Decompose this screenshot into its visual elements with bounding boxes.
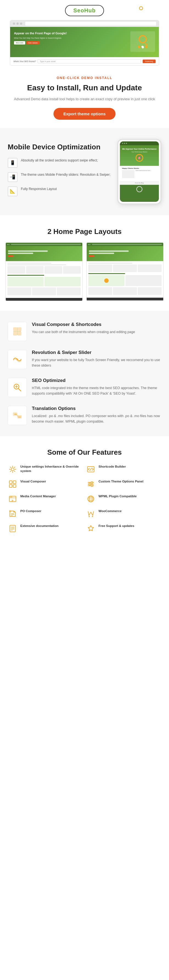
seo-email-input[interactable]: Type in your email (38, 59, 141, 64)
feat-text-3: Visual Composer (20, 479, 46, 484)
feature-content-3: SEO Optimized HTML code integrated into … (32, 378, 161, 396)
feature-desc-1: You can use both of the instruments when… (32, 329, 135, 335)
lt2-row3 (88, 287, 161, 295)
slider-icon: 📲 (8, 172, 17, 182)
demo-label: ONE-CLICK DEMO INSTALL (11, 76, 158, 80)
browser-text-block: Appear on the Front Page of Google! What… (14, 31, 128, 45)
lt1-block3 (44, 266, 62, 274)
svg-point-30 (11, 497, 13, 498)
lt2-line1 (88, 263, 132, 264)
phone-outer: We Improve Your Online Performance Your … (117, 139, 161, 204)
lt2-dot1 (88, 244, 89, 245)
lt2-hero-btn (89, 255, 95, 257)
svg-point-27 (91, 485, 93, 487)
mobile-feature-text-1: Absolutly all the sroled sections suppor… (21, 158, 98, 163)
feat-name-7: PO Composer (20, 509, 41, 513)
lt2-block3 (138, 264, 161, 272)
lt2-body (87, 261, 163, 298)
mobile-feature-1: 📱 Absolutly all the sroled sections supp… (8, 158, 112, 168)
lt1-block4 (63, 266, 81, 274)
phone-from-blog: From the Blog (120, 181, 159, 185)
documentation-icon (8, 523, 17, 533)
lt1-dot2 (8, 244, 9, 245)
lt1-hero-text2 (8, 253, 33, 254)
browser-bar (10, 20, 159, 27)
demo-desc: Advanced Demo data install tool helps to… (11, 96, 158, 102)
woocommerce-icon (86, 509, 96, 519)
browser-content: Appear on the Front Page of Google! What… (10, 27, 159, 57)
swipe-icon: 📱 (8, 158, 17, 168)
feat-name-5: Media Content Manager (20, 494, 56, 498)
our-features-title: Some of Our Features (8, 448, 161, 457)
svg-rect-0 (13, 328, 17, 331)
feat-item-5: Media Content Manager (8, 494, 83, 504)
feature-content-1: Visual Composer & Shortcodes You can use… (32, 322, 135, 335)
feat-name-2: Shortcode Builder (98, 465, 126, 469)
revolution-slider-icon (8, 350, 27, 369)
phone-dot-1 (122, 143, 123, 144)
map-pins (138, 46, 147, 48)
svg-rect-41 (10, 525, 15, 532)
svg-rect-3 (18, 332, 21, 335)
svg-point-26 (89, 483, 90, 485)
svg-line-17 (90, 468, 92, 470)
lt1-block6 (32, 288, 56, 295)
feat-item-1: Unique settings Inheritance & Override s… (8, 465, 83, 474)
lt1-dot1 (7, 244, 8, 245)
support-updates-icon (86, 523, 96, 533)
lt1-row3 (8, 288, 81, 295)
lt1-block7 (57, 288, 81, 295)
mobile-feature-text-3: Fully Responsive Layout (21, 186, 57, 191)
phone-white-section: Happy Clients Stories Some testimonial t… (120, 166, 159, 181)
lt2-block4 (125, 275, 161, 286)
lt2-hero (87, 246, 163, 261)
svg-point-25 (91, 482, 93, 483)
lt2-row2 (88, 275, 161, 286)
feature-content-4: Translation Options Localized: .po & .mo… (32, 406, 161, 424)
lt1-green1 (8, 277, 44, 286)
svg-rect-21 (13, 485, 16, 487)
feat-name-8: WooCommerce (98, 509, 122, 513)
lt1-block5 (8, 288, 31, 295)
browser-hero-image (130, 31, 155, 52)
feat-item-2: Shortcode Builder (86, 465, 161, 474)
lt1-hero-text1 (8, 250, 48, 252)
svg-line-8 (18, 388, 21, 391)
mobile-section: Mobile Device Optimization 📱 Absolutly a… (0, 128, 169, 215)
unique-settings-icon (8, 465, 17, 474)
get-quote-btn[interactable]: Get a Quote (26, 41, 39, 45)
feat-name-9: Extensive documentation (20, 523, 58, 528)
phone-subtext: Your Performance Matters (122, 151, 156, 153)
lt2-header (87, 243, 163, 246)
lt1-line2 (8, 264, 66, 265)
feature-title-1: Visual Composer & Shortcodes (32, 322, 135, 327)
layout-thumb-1 (5, 242, 82, 301)
wpml-icon (86, 494, 96, 504)
phone-dot-2 (124, 143, 125, 144)
magnifier-icon (139, 35, 147, 43)
browser-url-bar (25, 22, 156, 25)
svg-rect-20 (9, 485, 12, 487)
lt1-line3 (8, 275, 44, 276)
lt1-green2 (44, 277, 81, 286)
feat-item-10: Free Support & updates (86, 523, 161, 533)
feature-desc-4: Localized: .po & .mo files included. PO … (32, 413, 161, 424)
lt1-block1 (8, 266, 25, 274)
lt2-footer (87, 298, 163, 301)
visual-composer-feat-icon (8, 479, 17, 489)
svg-rect-1 (18, 328, 21, 331)
browser-dot-3 (20, 22, 22, 25)
feat-text-2: Shortcode Builder (98, 465, 126, 469)
feat-text-5: Media Content Manager (20, 494, 56, 498)
lt2-block2 (113, 264, 137, 272)
svg-point-39 (88, 516, 90, 517)
lt2-dot2 (90, 244, 90, 245)
phone-home-button[interactable] (136, 186, 142, 192)
feature-item-4: FR EN Translation Options Localized: .po… (8, 406, 161, 425)
more-info-btn[interactable]: More Info (14, 41, 25, 45)
shortcode-builder-icon (86, 465, 96, 474)
scanning-btn[interactable]: Scanning (143, 60, 156, 63)
visual-composer-icon (8, 322, 27, 341)
feature-content-2: Revolution & Swiper Slider If you want y… (32, 350, 161, 368)
export-theme-btn[interactable]: Export theme options (54, 108, 115, 120)
